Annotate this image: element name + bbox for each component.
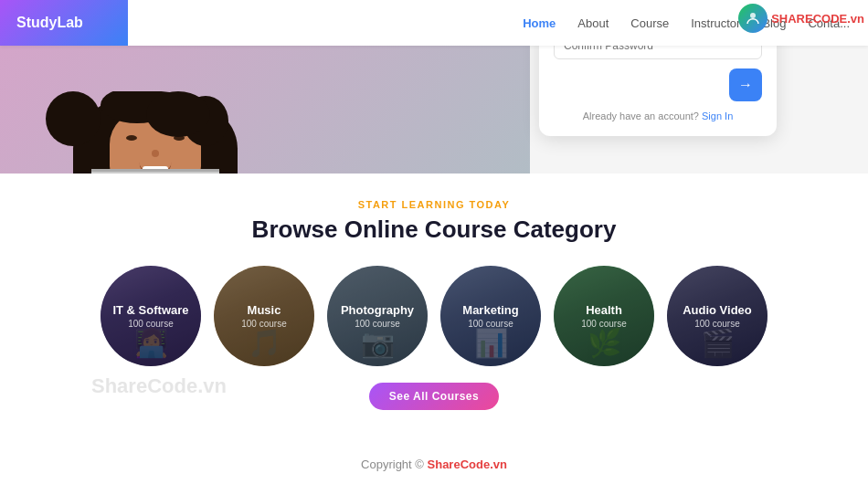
signin-prompt: Already have an account? Sign In	[554, 110, 762, 121]
category-music[interactable]: 🎵 Music 100 course	[214, 266, 314, 366]
svg-point-0	[750, 13, 756, 18]
submit-area: →	[554, 68, 762, 101]
category-label-audio: Audio Video	[683, 303, 752, 318]
category-circle-photo: 📷 Photography 100 course	[327, 266, 428, 366]
category-circle-it: 👩‍💻 IT & Software 100 course	[101, 266, 201, 366]
circle-overlay-health: Health 100 course	[554, 266, 654, 366]
category-marketing[interactable]: 📊 Marketing 100 course	[440, 266, 541, 366]
category-it-software[interactable]: 👩‍💻 IT & Software 100 course	[101, 266, 201, 366]
section-title: Browse Online Course Category	[252, 216, 617, 244]
category-circle-music: 🎵 Music 100 course	[214, 266, 314, 366]
category-count-audio: 100 course	[694, 319, 739, 329]
category-count-it: 100 course	[128, 319, 173, 329]
section-tag: START LEARNING TODAY	[358, 199, 511, 210]
already-account-text: Already have an account?	[583, 110, 699, 121]
category-count-photo: 100 course	[355, 319, 399, 329]
logo[interactable]: StudyLab	[0, 0, 128, 46]
category-count-music: 100 course	[241, 319, 286, 329]
category-count-marketing: 100 course	[468, 319, 513, 329]
category-audio-video[interactable]: 🎬 Audio Video 100 course	[667, 266, 767, 366]
categories-row: 👩‍💻 IT & Software 100 course 🎵 Music 100…	[101, 266, 767, 366]
watermark: ShareCode.vn	[91, 374, 227, 398]
category-circle-marketing: 📊 Marketing 100 course	[440, 266, 541, 366]
category-label-music: Music	[248, 303, 281, 318]
all-courses-button[interactable]: See All Courses	[369, 383, 499, 410]
nav-instructor[interactable]: Instructor	[691, 16, 740, 30]
sharecode-logo-icon	[738, 4, 767, 33]
category-label-photo: Photography	[341, 303, 414, 318]
category-label-health: Health	[586, 303, 622, 318]
submit-button[interactable]: →	[729, 68, 762, 101]
navbar: StudyLab Home About Course Instructor Bl…	[0, 0, 868, 46]
circle-overlay-it: IT & Software 100 course	[101, 266, 201, 366]
category-label-marketing: Marketing	[462, 303, 518, 318]
nav-home[interactable]: Home	[523, 16, 556, 30]
signin-link[interactable]: Sign In	[702, 110, 733, 121]
category-label-it: IT & Software	[112, 303, 188, 318]
category-circle-audio: 🎬 Audio Video 100 course	[667, 266, 767, 366]
category-count-health: 100 course	[581, 319, 626, 329]
category-photography[interactable]: 📷 Photography 100 course	[327, 266, 428, 366]
main-content: ShareCode.vn START LEARNING TODAY Browse…	[0, 174, 868, 484]
arrow-icon: →	[738, 77, 753, 93]
nav-course[interactable]: Course	[630, 16, 669, 30]
category-circle-health: 🌿 Health 100 course	[554, 266, 654, 366]
circle-overlay-audio: Audio Video 100 course	[667, 266, 767, 366]
circle-overlay-music: Music 100 course	[214, 266, 314, 366]
footer-copyright: Copyright ©	[361, 458, 424, 471]
category-health[interactable]: 🌿 Health 100 course	[554, 266, 654, 366]
nav-about[interactable]: About	[577, 16, 609, 30]
all-courses-area: See All Courses	[369, 383, 499, 410]
footer: Copyright © ShareCode.vn	[361, 458, 507, 471]
sharecode-label: SHARECODE.vn	[771, 12, 864, 26]
sharecode-badge: SHARECODE.vn	[738, 4, 864, 33]
circle-overlay-photo: Photography 100 course	[327, 266, 428, 366]
footer-brand: ShareCode.vn	[428, 458, 507, 471]
circle-overlay-marketing: Marketing 100 course	[440, 266, 541, 366]
